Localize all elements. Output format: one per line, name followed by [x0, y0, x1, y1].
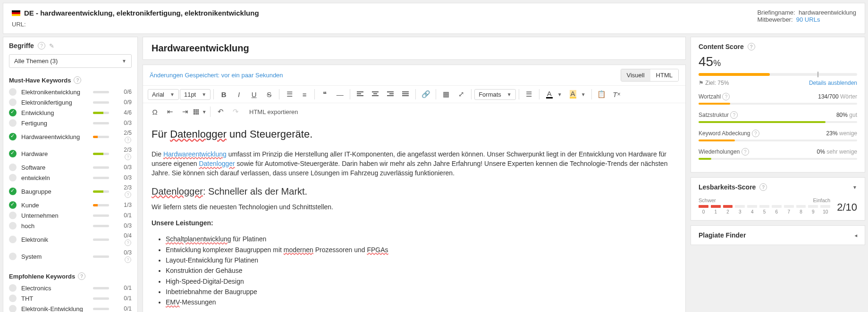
clear-format-button[interactable]: T×	[610, 88, 624, 101]
help-icon[interactable]: ?	[125, 154, 131, 160]
align-left-button[interactable]	[353, 88, 367, 101]
bg-color-button[interactable]: A	[566, 88, 580, 101]
readability-tick: 3	[735, 209, 745, 214]
hr-button[interactable]: —	[333, 88, 347, 101]
redo-button[interactable]: ↷	[228, 105, 243, 118]
keyword-name: Elektronikentwicklung	[21, 89, 93, 96]
edit-icon[interactable]: ✎	[49, 42, 54, 49]
status-dot-icon	[9, 253, 17, 260]
status-dot-icon	[9, 284, 17, 292]
bullet-list-button[interactable]: ☰	[282, 88, 296, 101]
plagiarism-panel[interactable]: Plagiate Finder ◂	[691, 225, 865, 245]
help-icon[interactable]: ?	[722, 93, 730, 100]
keyword-row[interactable]: THT 0/1	[9, 293, 132, 304]
indent-button[interactable]: ⇥	[178, 105, 192, 118]
outdent-button[interactable]: ⇤	[163, 105, 177, 118]
keyword-row[interactable]: Hardware 2/3 ?	[9, 145, 132, 162]
keyword-ratio: 0/1	[116, 285, 132, 291]
must-have-header: Must-Have Keywords	[9, 77, 71, 84]
keyword-row[interactable]: Entwicklung 4/6	[9, 107, 132, 118]
link-button[interactable]: 🔗	[419, 88, 433, 101]
keyword-name: entwickeln	[21, 174, 93, 181]
chevron-down-icon[interactable]: ▼	[581, 92, 586, 97]
keyword-row[interactable]: Fertigung 0/3	[9, 118, 132, 128]
help-icon[interactable]: ?	[125, 239, 131, 246]
metric-tag: Wörter	[840, 93, 857, 100]
keyword-ratio: 2/3 ?	[116, 147, 132, 161]
strike-button[interactable]: S	[262, 88, 276, 101]
readability-tick: 7	[784, 209, 794, 214]
text-color-button[interactable]: A	[542, 88, 556, 101]
keyword-row[interactable]: Elektronik 0/4 ?	[9, 231, 132, 248]
keyword-bar	[93, 177, 109, 179]
font-family-select[interactable]: Arial▼	[148, 89, 179, 100]
topic-dropdown[interactable]: Alle Themen (3) ▼	[9, 54, 132, 68]
details-toggle[interactable]: Details ausblenden	[809, 80, 857, 86]
align-center-button[interactable]	[368, 88, 382, 101]
keyword-name: Elektronik-Entwicklung	[21, 305, 93, 312]
content-p2: Wir liefern stets die neuesten Technolog…	[152, 202, 677, 212]
image-button[interactable]: ▦	[439, 88, 453, 101]
help-icon[interactable]: ?	[38, 42, 45, 49]
keyword-name: Kunde	[21, 202, 93, 209]
keyword-bar	[93, 91, 109, 93]
readability-segment	[735, 205, 745, 208]
keyword-row[interactable]: Elektronikentwicklung 0/6	[9, 87, 132, 97]
help-icon[interactable]: ?	[752, 130, 759, 137]
keyword-row[interactable]: entwickeln 0/3	[9, 172, 132, 183]
keyword-row[interactable]: Electronics 0/1	[9, 283, 132, 293]
underline-button[interactable]: U	[247, 88, 261, 101]
help-icon[interactable]: ?	[742, 148, 749, 156]
toolbar-row-2: Ω ⇤ ⇥ ▼ ↶ ↷ HTML exportieren	[143, 103, 685, 120]
keyword-row[interactable]: Kunde 1/3	[9, 200, 132, 210]
keyword-ratio: 2/5 ?	[116, 130, 132, 144]
blockquote-button[interactable]: ❝	[318, 88, 332, 101]
metric-tag: gut	[849, 112, 857, 118]
readability-tick: 10	[820, 209, 830, 214]
export-html-link[interactable]: HTML exportieren	[249, 108, 298, 115]
help-icon[interactable]: ?	[748, 43, 755, 50]
table-button[interactable]: ▼	[193, 105, 207, 118]
help-icon[interactable]: ?	[125, 256, 131, 263]
formats-select[interactable]: Formats▼	[474, 89, 516, 100]
keyword-row[interactable]: Unternehmen 0/1	[9, 210, 132, 221]
numbered-list-button[interactable]: ≡	[297, 88, 312, 101]
readability-easy-label: Einfach	[813, 197, 830, 203]
justify-button[interactable]: ☰	[522, 88, 536, 101]
readability-hard-label: Schwer	[699, 197, 716, 203]
editor-card: Änderungen Gespeichert: vor ein paar Sek…	[143, 65, 686, 312]
keyword-row[interactable]: System 0/3 ?	[9, 248, 132, 265]
tab-html[interactable]: HTML	[650, 69, 678, 81]
keyword-row[interactable]: hoch 0/3	[9, 221, 132, 231]
help-icon[interactable]: ?	[759, 183, 767, 191]
align-right-button[interactable]	[383, 88, 397, 101]
status-dot-icon	[9, 236, 17, 243]
tab-visual[interactable]: Visuell	[621, 69, 650, 81]
editor-content[interactable]: Für Datenlogger und Steuergeräte. Die Ha…	[143, 120, 685, 312]
help-icon[interactable]: ?	[730, 111, 738, 119]
help-icon[interactable]: ?	[78, 272, 85, 280]
help-icon[interactable]: ?	[74, 76, 81, 84]
toolbar-row-1: Arial▼ 11pt▼ B I U S ☰ ≡ ❝ — 🔗	[143, 85, 685, 103]
chevron-down-icon[interactable]: ▼	[557, 92, 562, 97]
briefing-value: hardwareentwicklung	[799, 9, 856, 16]
font-size-select[interactable]: 11pt▼	[180, 89, 211, 100]
fullscreen-button[interactable]: ⤢	[454, 88, 468, 101]
undo-button[interactable]: ↶	[213, 105, 228, 118]
paste-button[interactable]: 📋	[595, 88, 609, 101]
chevron-down-icon[interactable]: ▼	[852, 185, 857, 190]
keyword-row[interactable]: Hardwareentwicklung 2/5 ?	[9, 128, 132, 145]
special-char-button[interactable]: Ω	[148, 105, 162, 118]
keyword-row[interactable]: Software 0/3	[9, 162, 132, 172]
metric-row: Keyword Abdeckung ? 23% wenige	[699, 130, 857, 141]
keyword-row[interactable]: Elektronik-Entwicklung 0/1	[9, 304, 132, 312]
align-justify-button[interactable]	[398, 88, 413, 101]
help-icon[interactable]: ?	[125, 137, 131, 143]
keyword-row[interactable]: Elektronikfertigung 0/9	[9, 97, 132, 107]
bold-button[interactable]: B	[217, 88, 231, 101]
keyword-row[interactable]: Baugruppe 2/3 ?	[9, 183, 132, 200]
competitors-link[interactable]: 90 URLs	[796, 16, 820, 23]
help-icon[interactable]: ?	[125, 191, 131, 198]
italic-button[interactable]: I	[232, 88, 246, 101]
metric-value: 134/700	[818, 93, 838, 100]
